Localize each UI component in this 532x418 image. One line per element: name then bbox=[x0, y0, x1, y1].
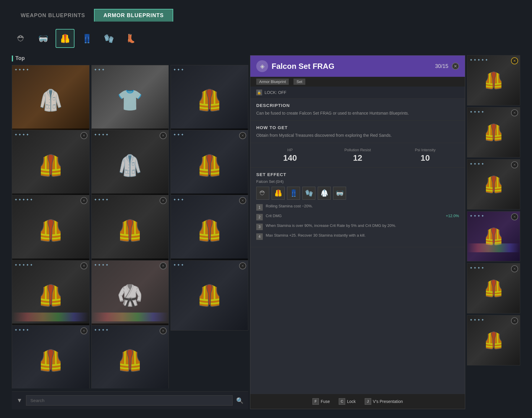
detail-actions: F Fuse C Lock J V's Presentation bbox=[250, 394, 465, 409]
item-stars: ✦✦✦✦ bbox=[470, 162, 484, 166]
item-remove-btn[interactable]: ✕ bbox=[511, 317, 518, 324]
item-stars: ✦ ✦ ✦ ✦ bbox=[94, 328, 108, 332]
far-right-panel: 🦺 ✦✦✦✦✦ ✕ 🦺 ✦✦✦✦ ✕ 🦺 bbox=[467, 55, 520, 409]
how-to-get-title: HOW TO GET bbox=[256, 125, 459, 130]
item-card[interactable]: 🦺 ✦ ✦ ✦ ✕ bbox=[171, 260, 248, 331]
search-bar: ▼ 🔍 bbox=[12, 391, 248, 409]
search-input[interactable] bbox=[26, 395, 233, 406]
filter-icon[interactable]: ▼ bbox=[17, 397, 22, 404]
fuse-label: Fuse bbox=[321, 399, 330, 404]
item-stars: ✦ ✦ ✦ ✦ bbox=[14, 133, 29, 137]
lock-key: C bbox=[339, 398, 345, 405]
far-right-item[interactable]: 🦺 ✦✦✦✦ ✕ bbox=[467, 263, 520, 313]
set-icon-pants: 👖 bbox=[287, 187, 300, 200]
set-icon-gloves: 🧤 bbox=[302, 187, 315, 200]
content-area: Top 🥼 ✦ ✦ ✦ ✦ ✦ WANDERER bbox=[12, 55, 520, 409]
fuse-btn[interactable]: F Fuse bbox=[312, 398, 330, 405]
effect-num-3: 3 bbox=[256, 224, 263, 230]
item-card[interactable]: 🦺 ✦ ✦ ✦ ✦ ✦ ✕ ✦ WANDERER bbox=[12, 195, 90, 266]
tab-weapon[interactable]: WEAPON BLUEPRINTS bbox=[12, 9, 94, 22]
stat-psi-label: Psi Intensity bbox=[391, 148, 459, 152]
item-stars: ✦ ✦ ✦ bbox=[173, 68, 184, 72]
item-stars: ✦ ✦ ✦ ✦ ✦ bbox=[14, 263, 33, 267]
far-right-item[interactable]: 🦺 ✦✦✦✦ ✕ bbox=[467, 211, 520, 261]
effect-num-1: 1 bbox=[256, 204, 263, 211]
item-image: 🦺 bbox=[38, 283, 64, 308]
item-remove-btn[interactable]: ✕ bbox=[160, 262, 167, 269]
section-label: Top bbox=[12, 55, 248, 61]
item-image: 🥼 bbox=[38, 88, 64, 112]
tab-armor[interactable]: ARMOR BLUEPRINTS bbox=[94, 9, 173, 22]
item-image: 🦺 bbox=[117, 218, 143, 243]
item-remove-btn[interactable]: ✕ bbox=[80, 197, 87, 204]
item-remove-btn[interactable]: ✕ bbox=[511, 161, 518, 168]
tab-row: WEAPON BLUEPRINTS ARMOR BLUEPRINTS bbox=[12, 9, 520, 22]
far-right-item[interactable]: 🦺 ✦✦✦✦ ✕ bbox=[467, 315, 520, 365]
item-image: 🦺 bbox=[38, 153, 64, 178]
far-right-item[interactable]: 🦺 ✦✦✦✦✦ ✕ bbox=[467, 55, 520, 105]
item-image: 🦺 bbox=[38, 348, 64, 373]
item-card[interactable]: 🦺 ✦ ✦ ✦ ✦ ✕ bbox=[12, 325, 90, 388]
item-remove-btn[interactable]: ✕ bbox=[239, 132, 246, 139]
item-remove-btn[interactable]: ✕ bbox=[511, 213, 518, 220]
item-image: 🦺 bbox=[197, 283, 222, 308]
detail-header: ◈ Falcon Set FRAG 30/15 ✕ bbox=[250, 56, 465, 77]
item-remove-btn[interactable]: ✕ bbox=[239, 262, 246, 269]
item-stars: ✦✦✦✦ bbox=[470, 214, 484, 218]
item-remove-btn[interactable]: ✕ bbox=[80, 132, 87, 139]
cat-pants[interactable]: 👖 bbox=[77, 29, 96, 48]
item-card[interactable]: 🦺 ✦ ✦ ✦ ✦ W bbox=[171, 65, 248, 136]
item-card[interactable]: 🦺 ✦ ✦ ✦ ✕ ✦ H bbox=[171, 130, 248, 201]
item-remove-btn[interactable]: ✕ bbox=[80, 262, 87, 269]
item-remove-btn[interactable]: ✕ bbox=[511, 265, 518, 272]
item-image: 🥼 bbox=[117, 153, 143, 178]
item-card[interactable]: 🥋 ✦ ✦ ✦ ✦ ✕ ✦ JUGGERNAUT bbox=[91, 260, 169, 331]
item-remove-btn[interactable]: ✕ bbox=[80, 327, 87, 334]
how-to-get-section: HOW TO GET Obtain from Mystical Treasure… bbox=[250, 121, 465, 143]
effect-text-3: When Stamina is over 90%, increase Crit … bbox=[266, 223, 459, 228]
effect-num-2: 2 bbox=[256, 214, 263, 220]
item-remove-btn[interactable]: ✕ bbox=[511, 57, 518, 64]
item-stars: ✦ ✦ ✦ bbox=[173, 263, 184, 267]
type-badge: Armor Blueprint bbox=[256, 79, 289, 85]
detail-close-btn[interactable]: ✕ bbox=[452, 63, 459, 70]
set-effect-4: 4 Max Stamina +25. Recover 30 Stamina in… bbox=[256, 233, 459, 240]
item-card[interactable]: 👕 ✦ ✦ ✦ ✦ BEYONDER bbox=[91, 65, 169, 136]
set-effect-2: 2 Crit DMG +12.0% bbox=[256, 214, 459, 220]
detail-count: 30/15 bbox=[435, 63, 448, 69]
search-icon[interactable]: 🔍 bbox=[236, 397, 244, 404]
item-card[interactable]: 🦺 ✦ ✦ ✦ ✦ ✕ bbox=[91, 325, 169, 388]
item-image: 👕 bbox=[117, 88, 143, 112]
item-stars: ✦ ✦ ✦ bbox=[173, 198, 184, 202]
far-right-item[interactable]: 🦺 ✦✦✦✦ ✕ bbox=[467, 159, 520, 209]
detail-card: ◈ Falcon Set FRAG 30/15 ✕ Armor Blueprin… bbox=[250, 55, 465, 409]
cat-top[interactable]: 🦺 bbox=[56, 29, 74, 48]
cat-helmet[interactable]: ⛑ bbox=[12, 29, 31, 48]
item-remove-btn[interactable]: ✕ bbox=[160, 327, 167, 334]
item-stars: ✦✦✦✦✦ bbox=[470, 58, 488, 62]
lock-btn[interactable]: C Lock bbox=[339, 398, 356, 405]
cat-boots[interactable]: 👢 bbox=[121, 29, 140, 48]
item-card[interactable]: 🥼 ✦ ✦ ✦ ✦ ✦ WANDERER bbox=[12, 65, 90, 136]
item-image: 🦺 bbox=[197, 153, 222, 178]
item-card[interactable]: 🦺 ✦ ✦ ✦ ✦ ✕ ✦ STRANGER bbox=[91, 195, 169, 266]
cat-gloves[interactable]: 🧤 bbox=[99, 29, 118, 48]
detail-subtitle: Armor Blueprint Set bbox=[250, 77, 465, 87]
effect-text-4: Max Stamina +25. Recover 30 Stamina inst… bbox=[266, 233, 459, 238]
item-card[interactable]: 🦺 ✦ ✦ ✦ ✕ ✦ B bbox=[171, 195, 248, 266]
item-stars: ✦ ✦ ✦ ✦ bbox=[94, 198, 108, 202]
effect-value-2: +12.0% bbox=[446, 214, 459, 218]
item-stars: ✦✦✦✦ bbox=[470, 110, 484, 114]
presentation-btn[interactable]: J V's Presentation bbox=[365, 398, 403, 405]
item-image: 🦺 bbox=[197, 218, 222, 243]
item-card[interactable]: 🦺 ✦ ✦ ✦ ✦ ✦ ✕ ✦ OPERATOR bbox=[12, 260, 90, 331]
item-stars: ✦✦✦✦ bbox=[470, 318, 484, 322]
presentation-key: J bbox=[365, 398, 371, 405]
far-right-item[interactable]: 🦺 ✦✦✦✦ ✕ bbox=[467, 107, 520, 157]
item-card[interactable]: 🥼 ✦ ✦ ✦ ✦ ✕ ✦ JUGGERNAUT bbox=[91, 130, 169, 201]
item-remove-btn[interactable]: ✕ bbox=[511, 109, 518, 116]
cat-mask[interactable]: 🥽 bbox=[34, 29, 53, 48]
item-card[interactable]: 🦺 ✦ ✦ ✦ ✦ ✕ ✦ OPERA TOR bbox=[12, 130, 90, 201]
stat-pollution-label: Pollution Resist bbox=[324, 148, 392, 152]
set-effect-3: 3 When Stamina is over 90%, increase Cri… bbox=[256, 223, 459, 230]
